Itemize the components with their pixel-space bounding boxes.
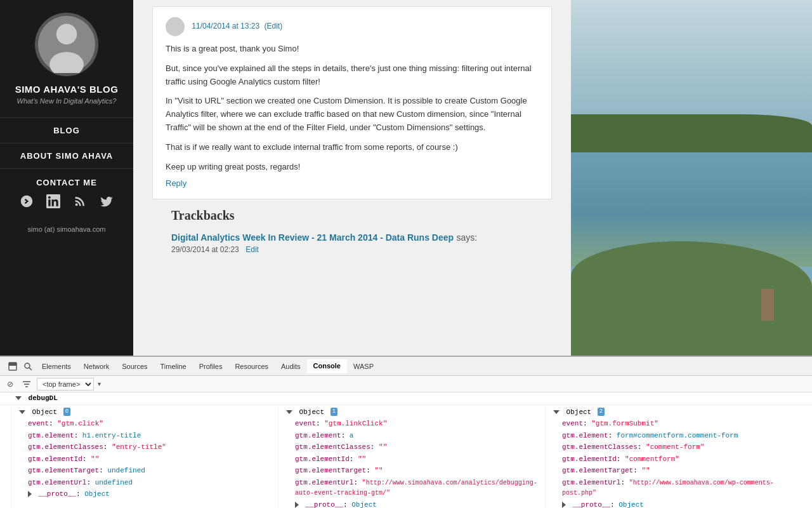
- obj3-expand[interactable]: [553, 410, 560, 414]
- obj3-event: event: "gtm.formSubmit": [549, 418, 808, 430]
- linkedin-icon[interactable]: [44, 192, 62, 210]
- obj3-proto: __proto__: Object: [549, 499, 808, 509]
- console-gutter-2: [0, 405, 11, 509]
- svg-line-6: [29, 368, 32, 370]
- console-debugdl-row: debugDL: [0, 392, 812, 405]
- nav-about[interactable]: ABOUT SIMO AHAVA: [0, 143, 133, 168]
- obj2-event: event: "gtm.linkClick": [282, 418, 541, 430]
- reply-link[interactable]: Reply: [166, 178, 187, 188]
- obj2-proto-expand[interactable]: [295, 502, 299, 508]
- email-text: simo (at) simoahava.com: [28, 225, 106, 233]
- comment-p3: In "Visit to URL" section we created one…: [166, 95, 539, 134]
- blog-content: 11/04/2014 at 13:23 (Edit) This is a gre…: [133, 0, 571, 272]
- console-debugdl-content: debugDL: [11, 392, 812, 404]
- comment-date-link[interactable]: 11/04/2014 at 13:23 (Edit): [192, 22, 282, 30]
- tab-profiles[interactable]: Profiles: [193, 360, 229, 373]
- obj1-expand[interactable]: [19, 410, 25, 414]
- photo-background: [571, 0, 812, 356]
- obj1-proto: __proto__: Object: [15, 488, 274, 500]
- console-objects-row: Object 0 event: "gtm.click" gtm.element:…: [0, 405, 812, 509]
- devtools-dock-button[interactable]: [5, 359, 20, 374]
- obj2-elementtarget: gtm.elementTarget: "": [282, 465, 541, 477]
- obj2-label: Object: [299, 408, 325, 416]
- trackback-edit-link[interactable]: Edit: [246, 245, 259, 254]
- trackbacks-section: Trackbacks Digital Analytics Week In Rev…: [152, 208, 552, 255]
- obj3-badge: 2: [598, 408, 605, 417]
- obj1-proto-expand[interactable]: [28, 491, 32, 497]
- object1-header: Object 0: [15, 406, 274, 418]
- obj1-label: Object: [32, 408, 58, 416]
- devtools-tabs: Elements Network Sources Timeline Profil…: [0, 357, 812, 376]
- svg-point-1: [56, 24, 77, 44]
- devtools-search-button[interactable]: [20, 359, 36, 374]
- social-icons: [0, 192, 133, 210]
- blog-title: SIMO AHAVA'S BLOG: [15, 84, 119, 95]
- tab-network[interactable]: Network: [77, 360, 115, 373]
- obj2-proto: __proto__: Object: [282, 499, 541, 509]
- avatar: [35, 13, 98, 76]
- devtools-controls: ⊘ <top frame> ▾: [0, 376, 812, 392]
- blog-subtitle: What's New In Digital Analytics?: [17, 97, 117, 105]
- trackback-item: Digital Analytics Week In Review - 21 Ma…: [171, 232, 533, 255]
- console-gutter: [0, 392, 11, 395]
- devtools-panel: Elements Network Sources Timeline Profil…: [0, 356, 812, 508]
- tab-sources[interactable]: Sources: [115, 360, 154, 373]
- commenter-avatar: [166, 17, 185, 36]
- object3-header: Object 2: [549, 406, 808, 418]
- photo-hill: [571, 241, 812, 356]
- sidebar: SIMO AHAVA'S BLOG What's New In Digital …: [0, 0, 133, 356]
- tab-timeline[interactable]: Timeline: [154, 360, 193, 373]
- nav-blog[interactable]: BLOG: [0, 117, 133, 143]
- obj1-elementtarget: gtm.elementTarget: undefined: [15, 465, 274, 477]
- comment-meta: 11/04/2014 at 13:23 (Edit): [166, 17, 539, 36]
- svg-rect-4: [9, 363, 16, 366]
- obj3-elementclasses: gtm.elementClasses: "comment-form": [549, 441, 808, 453]
- content-area: 11/04/2014 at 13:23 (Edit) This is a gre…: [133, 0, 571, 356]
- devtools-console: debugDL Object 0 event: "gtm.click": [0, 392, 812, 508]
- devtools-filter-button[interactable]: [20, 378, 33, 391]
- tab-wasp[interactable]: WASP: [347, 360, 380, 373]
- twitter-icon[interactable]: [98, 192, 115, 210]
- google-plus-icon[interactable]: [18, 192, 36, 210]
- console-col-1: Object 0 event: "gtm.click" gtm.element:…: [11, 405, 278, 509]
- devtools-clear-button[interactable]: ⊘: [4, 378, 16, 391]
- rss-icon[interactable]: [71, 192, 89, 210]
- tab-audits[interactable]: Audits: [275, 360, 307, 373]
- trackbacks-title: Trackbacks: [171, 208, 533, 223]
- obj1-elementid: gtm.elementId: "": [15, 453, 274, 465]
- obj2-badge: 1: [331, 408, 337, 417]
- obj1-badge: 0: [63, 408, 70, 417]
- obj1-elementclasses: gtm.elementClasses: "entry-title": [15, 441, 274, 453]
- obj2-expand[interactable]: [286, 410, 292, 414]
- tab-resources[interactable]: Resources: [228, 360, 275, 373]
- photo-dock: [761, 289, 774, 321]
- comment-text: This is a great post, thank you Simo! Bu…: [166, 43, 539, 173]
- obj1-element: gtm.element: h1.entry-title: [15, 430, 274, 442]
- trackback-link[interactable]: Digital Analytics Week In Review - 21 Ma…: [171, 232, 454, 243]
- obj3-proto-expand[interactable]: [562, 502, 566, 508]
- frame-dropdown-arrow[interactable]: ▾: [98, 380, 101, 387]
- obj3-elementurl: gtm.elementUrl: "http://www.simoahava.co…: [549, 477, 808, 499]
- devtools-frame-select[interactable]: <top frame>: [37, 378, 94, 391]
- obj2-elementclasses: gtm.elementClasses: "": [282, 441, 541, 453]
- photo-panel: [571, 0, 812, 356]
- tab-console[interactable]: Console: [307, 359, 347, 373]
- comment-p2: But, since you've explained all the step…: [166, 62, 539, 89]
- debugdl-expand[interactable]: [15, 396, 22, 400]
- object2-header: Object 1: [282, 406, 541, 418]
- comment-p4: That is if we really want to exclude int…: [166, 141, 539, 154]
- comment-closing: Keep up writing great posts, regards!: [166, 161, 539, 174]
- obj2-elementurl: gtm.elementUrl: "http://www.simoahava.co…: [282, 477, 541, 499]
- tab-elements[interactable]: Elements: [36, 360, 77, 373]
- obj3-element: gtm.element: form#commentform.comment-fo…: [549, 430, 808, 442]
- comment-p1: This is a great post, thank you Simo!: [166, 43, 539, 56]
- comment-block: 11/04/2014 at 13:23 (Edit) This is a gre…: [152, 6, 552, 199]
- console-col-3: Object 2 event: "gtm.formSubmit" gtm.ele…: [546, 405, 812, 509]
- obj3-elementid: gtm.elementId: "commentform": [549, 453, 808, 465]
- obj2-elementid: gtm.elementId: "": [282, 453, 541, 465]
- debugdl-label: debugDL: [29, 394, 58, 402]
- obj3-elementtarget: gtm.elementTarget: "": [549, 465, 808, 477]
- trackback-says: says:: [457, 232, 478, 243]
- contact-section: CONTACT ME: [0, 168, 133, 217]
- obj1-event: event: "gtm.click": [15, 418, 274, 430]
